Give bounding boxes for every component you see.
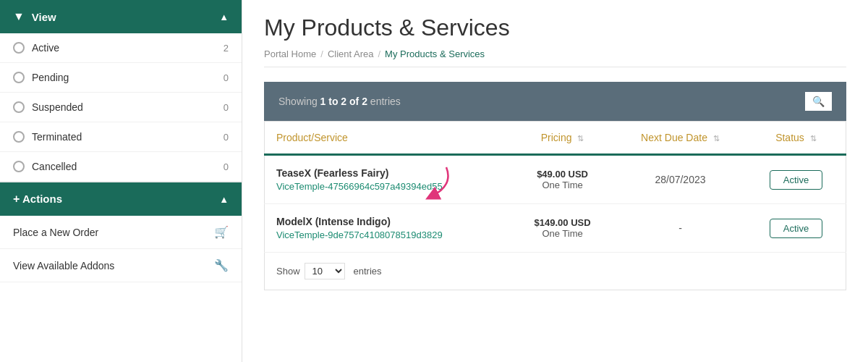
breadcrumb: Portal Home / Client Area / My Products … [264,49,846,67]
sidebar-item-terminated[interactable]: Terminated 0 [0,122,242,152]
sidebar: ▼ View ▲ Active 2 Pending 0 Suspended [0,0,242,362]
product-name-1: TeaseX (Fearless Fairy) [276,167,388,179]
pricing-amount-2: $149.00 USD [522,217,603,228]
col-header-due-date[interactable]: Next Due Date ⇅ [614,122,746,155]
pricing-amount-1: $49.00 USD [522,169,603,180]
cart-icon: 🛒 [214,225,229,239]
product-cell-1: TeaseX (Fearless Fairy) ViceT [265,155,511,204]
view-header-label: View [32,11,56,23]
sidebar-item-suspended-count: 0 [224,102,229,113]
sidebar-item-cancelled-label: Cancelled [32,161,77,172]
table-row: TeaseX (Fearless Fairy) ViceT [265,155,846,204]
action-items-list: Place a New Order 🛒 View Available Addon… [0,216,242,282]
show-label: Show [276,266,300,277]
radio-suspended [13,101,25,113]
due-date-cell-1: 28/07/2023 [614,155,746,204]
product-link-2[interactable]: ViceTemple-9de757c4108078519d3829 [276,230,499,240]
sidebar-item-pending[interactable]: Pending 0 [0,63,242,93]
info-bar-after: entries [367,96,401,107]
col-header-status[interactable]: Status ⇅ [746,122,846,155]
filter-items-list: Active 2 Pending 0 Suspended 0 Terminate… [0,33,242,182]
radio-cancelled [13,161,25,172]
actions-header-label: Actions [22,193,62,205]
sidebar-item-active-label: Active [32,42,59,54]
action-place-order-label: Place a New Order [13,227,98,238]
sidebar-item-terminated-count: 0 [224,132,229,143]
info-bar-highlight: 1 to 2 of 2 [320,96,367,107]
table-footer: Show 10 25 50 100 entries [264,253,846,290]
radio-active [13,42,25,54]
action-view-addons-label: View Available Addons [13,260,114,272]
sidebar-item-suspended[interactable]: Suspended 0 [0,93,242,122]
info-bar-before: Showing [278,96,320,107]
info-bar: Showing 1 to 2 of 2 entries 🔍 [264,82,846,121]
sort-pricing-icon: ⇅ [577,134,584,143]
sidebar-item-cancelled-count: 0 [224,161,229,172]
radio-pending [13,72,25,83]
product-name-2: ModelX (Intense Indigo) [276,216,499,227]
table-header-row: Product/Service Pricing ⇅ Next Due Date … [265,122,846,155]
page-title: My Products & Services [264,14,846,41]
product-cell-2: ModelX (Intense Indigo) ViceTemple-9de75… [265,204,511,253]
pricing-cell-2: $149.00 USD One Time [511,204,614,253]
view-chevron-icon: ▲ [219,12,229,22]
breadcrumb-sep-1: / [320,49,323,59]
services-table: Product/Service Pricing ⇅ Next Due Date … [264,121,846,253]
status-badge-1: Active [770,170,822,190]
pricing-period-1: One Time [522,180,603,190]
addons-icon: 🔧 [214,258,229,272]
sidebar-item-terminated-label: Terminated [32,131,82,143]
info-bar-text: Showing 1 to 2 of 2 entries [278,96,401,107]
breadcrumb-sep-2: / [378,49,380,59]
radio-terminated [13,131,25,143]
pricing-period-2: One Time [522,228,603,239]
sidebar-item-pending-count: 0 [224,72,229,83]
actions-section-header[interactable]: + Actions ▲ [0,182,242,216]
action-view-addons[interactable]: View Available Addons 🔧 [0,249,242,282]
breadcrumb-portal[interactable]: Portal Home [264,49,316,59]
status-cell-2: Active [746,204,846,253]
sidebar-item-suspended-label: Suspended [32,101,83,113]
main-content: My Products & Services Portal Home / Cli… [242,0,868,362]
breadcrumb-current: My Products & Services [385,49,485,59]
entries-label: entries [354,266,382,277]
sidebar-item-pending-label: Pending [32,72,69,83]
due-date-cell-2: - [614,204,746,253]
actions-chevron-icon: ▲ [219,194,229,205]
col-header-pricing[interactable]: Pricing ⇅ [511,122,614,155]
search-icon[interactable]: 🔍 [805,92,832,111]
sort-due-date-icon: ⇅ [713,134,720,143]
sidebar-item-cancelled[interactable]: Cancelled 0 [0,152,242,182]
sidebar-item-active-count: 2 [224,43,229,54]
sort-status-icon: ⇅ [810,134,817,143]
product-link-1[interactable]: ViceTemple-47566964c597a49394ed55 [276,181,499,192]
table-row: ModelX (Intense Indigo) ViceTemple-9de75… [265,204,846,253]
col-header-product[interactable]: Product/Service [265,122,511,155]
show-select[interactable]: 10 25 50 100 [305,263,345,279]
action-place-order[interactable]: Place a New Order 🛒 [0,216,242,249]
status-badge-2: Active [770,219,822,238]
filter-icon: ▼ [13,10,25,23]
status-cell-1: Active [746,155,846,204]
view-section-header[interactable]: ▼ View ▲ [0,0,242,33]
pricing-cell-1: $49.00 USD One Time [511,155,614,204]
breadcrumb-client[interactable]: Client Area [328,49,374,59]
plus-icon: + [13,193,20,205]
sidebar-item-active[interactable]: Active 2 [0,33,242,63]
